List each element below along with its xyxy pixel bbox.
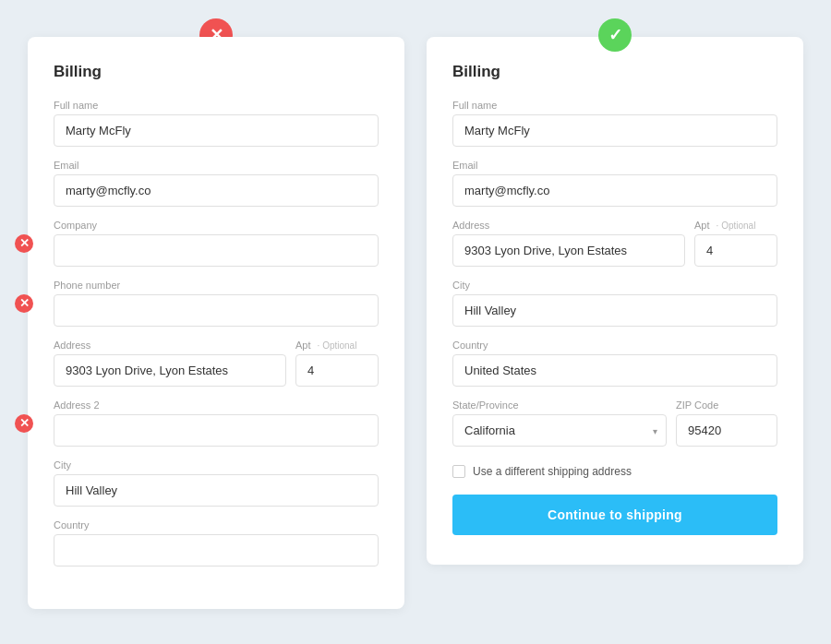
left-country-field: Country bbox=[54, 519, 379, 566]
left-address-field: Address bbox=[54, 340, 286, 387]
left-fullname-field: Full name bbox=[54, 100, 379, 147]
right-fullname-label: Full name bbox=[452, 100, 777, 111]
address2-error-dot: ✕ bbox=[15, 414, 33, 433]
right-email-input[interactable] bbox=[452, 174, 777, 207]
left-country-label: Country bbox=[54, 519, 379, 531]
shipping-checkbox[interactable] bbox=[452, 465, 465, 478]
left-apt-optional: · Optional bbox=[318, 340, 357, 351]
right-address-field: Address bbox=[452, 220, 685, 267]
left-panel-wrapper: ✕ Billing Full name Email ✕ Company ✕ Ph… bbox=[28, 37, 404, 609]
left-address-input[interactable] bbox=[54, 354, 286, 387]
right-address-row: Address Apt · Optional bbox=[452, 220, 777, 280]
right-email-field: Email bbox=[452, 160, 777, 207]
right-state-zip-row: State/Province California New York Texas… bbox=[452, 400, 777, 459]
right-apt-field: Apt · Optional bbox=[694, 220, 777, 267]
left-apt-input[interactable] bbox=[295, 354, 379, 387]
left-phone-field: ✕ Phone number bbox=[54, 280, 379, 327]
right-state-select-wrapper: California New York Texas ▾ bbox=[452, 414, 667, 447]
right-address-label: Address bbox=[452, 220, 685, 231]
right-country-field: Country bbox=[452, 340, 777, 387]
right-zip-field: ZIP Code bbox=[676, 400, 777, 447]
left-address2-field: ✕ Address 2 bbox=[54, 400, 379, 447]
right-fullname-field: Full name bbox=[452, 100, 777, 147]
right-apt-input[interactable] bbox=[694, 234, 777, 267]
left-fullname-label: Full name bbox=[54, 100, 379, 111]
left-phone-input[interactable] bbox=[54, 294, 379, 327]
shipping-checkbox-row: Use a different shipping address bbox=[452, 465, 777, 478]
right-panel: Billing Full name Email Address Apt · Op… bbox=[427, 37, 803, 565]
left-city-input[interactable] bbox=[54, 474, 379, 507]
left-apt-label: Apt · Optional bbox=[295, 340, 379, 351]
left-phone-label: Phone number bbox=[54, 280, 379, 291]
left-address-label: Address bbox=[54, 340, 286, 351]
comparison-layout: ✕ Billing Full name Email ✕ Company ✕ Ph… bbox=[28, 37, 803, 609]
left-address2-input[interactable] bbox=[54, 414, 379, 447]
left-panel: Billing Full name Email ✕ Company ✕ Phon… bbox=[28, 37, 404, 609]
success-icon: ✓ bbox=[598, 18, 632, 52]
left-company-input[interactable] bbox=[54, 234, 379, 267]
right-zip-input[interactable] bbox=[676, 414, 777, 447]
right-state-select[interactable]: California New York Texas bbox=[452, 414, 667, 447]
left-address2-label: Address 2 bbox=[54, 400, 379, 411]
left-city-label: City bbox=[54, 459, 379, 471]
right-address-input[interactable] bbox=[452, 234, 685, 267]
left-email-field: Email bbox=[54, 160, 379, 207]
left-fullname-input[interactable] bbox=[54, 114, 379, 147]
phone-error-dot: ✕ bbox=[15, 294, 33, 313]
right-billing-title: Billing bbox=[452, 63, 777, 81]
right-country-label: Country bbox=[452, 340, 777, 351]
right-panel-wrapper: ✓ Billing Full name Email Address Apt · … bbox=[427, 37, 803, 609]
left-billing-title: Billing bbox=[54, 63, 379, 81]
right-country-input[interactable] bbox=[452, 354, 777, 387]
right-zip-label: ZIP Code bbox=[676, 400, 777, 411]
left-company-field: ✕ Company bbox=[54, 220, 379, 267]
left-company-label: Company bbox=[54, 220, 379, 231]
right-fullname-input[interactable] bbox=[452, 114, 777, 147]
left-email-label: Email bbox=[54, 160, 379, 171]
right-city-field: City bbox=[452, 280, 777, 327]
shipping-checkbox-label: Use a different shipping address bbox=[473, 465, 632, 478]
right-state-field: State/Province California New York Texas… bbox=[452, 400, 667, 447]
right-apt-optional: · Optional bbox=[717, 221, 756, 231]
continue-to-shipping-button[interactable]: Continue to shipping bbox=[452, 495, 777, 535]
right-city-label: City bbox=[452, 280, 777, 291]
company-error-dot: ✕ bbox=[15, 234, 33, 253]
left-apt-field: Apt · Optional bbox=[295, 340, 379, 387]
right-email-label: Email bbox=[452, 160, 777, 171]
left-country-input[interactable] bbox=[54, 534, 379, 566]
left-address-row: Address Apt · Optional bbox=[54, 340, 379, 400]
right-state-label: State/Province bbox=[452, 400, 667, 411]
right-apt-label: Apt · Optional bbox=[694, 220, 777, 231]
right-city-input[interactable] bbox=[452, 294, 777, 327]
left-email-input[interactable] bbox=[54, 174, 379, 207]
left-city-field: City bbox=[54, 459, 379, 507]
